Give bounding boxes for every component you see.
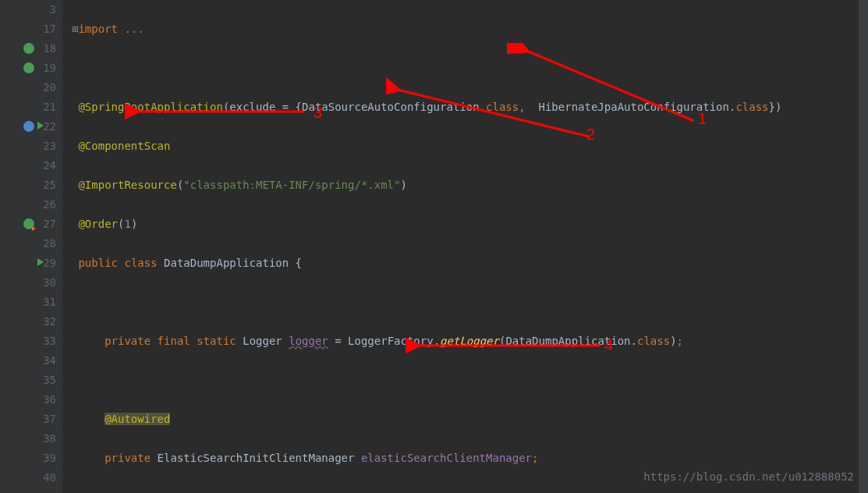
code-line[interactable] <box>72 488 868 493</box>
code-line[interactable]: @ImportResource("classpath:META-INF/spri… <box>72 176 868 195</box>
gutter-line[interactable]: 39 <box>0 449 56 468</box>
code-line[interactable]: @Autowired <box>72 410 868 429</box>
run-icon[interactable] <box>37 258 44 266</box>
code-line[interactable]: @ComponentScan <box>72 137 868 156</box>
gutter-line[interactable]: 18 <box>0 39 56 59</box>
gutter-line[interactable]: 37 <box>0 410 56 429</box>
gutter-line[interactable]: 21 <box>0 98 56 117</box>
gutter-line[interactable]: 36 <box>0 390 56 410</box>
watermark: https://blog.csdn.net/u012888052 <box>643 467 854 487</box>
code-line[interactable] <box>72 293 868 312</box>
annotation-label-4: 4 <box>604 335 613 355</box>
gutter-line[interactable]: 33 <box>0 332 56 351</box>
gutter-line[interactable]: 19 <box>0 59 56 78</box>
gutter-line[interactable]: 25 <box>0 176 56 195</box>
gutter-line[interactable]: 27 <box>0 215 56 234</box>
run-icon[interactable] <box>37 122 44 129</box>
annotation-label-3: 3 <box>314 103 322 122</box>
gutter-line[interactable]: 3 <box>0 0 56 20</box>
scrollbar[interactable] <box>859 0 868 493</box>
gutter-line[interactable]: 40 <box>0 468 56 488</box>
spring-bean-icon[interactable] <box>23 43 34 54</box>
annotation-label-2: 2 <box>586 125 595 144</box>
code-area[interactable]: ⊞import ... @SpringBootApplication(exclu… <box>62 0 868 493</box>
gutter-line[interactable]: 22 <box>0 117 56 137</box>
gutter-line[interactable]: 28 <box>0 234 56 254</box>
gutter-line[interactable]: 30 <box>0 273 56 293</box>
code-line[interactable] <box>72 371 868 390</box>
gutter-line[interactable]: 31 <box>0 293 56 312</box>
autowired-icon[interactable] <box>23 218 34 229</box>
gutter-line[interactable]: 17 <box>0 20 56 39</box>
code-editor: 3 17 18 19 20 21 22 23 24 25 26 27 28 29… <box>0 0 868 493</box>
gutter-line[interactable]: 29 <box>0 254 56 273</box>
gutter-line[interactable]: 24 <box>0 156 56 176</box>
code-line[interactable] <box>72 59 868 78</box>
code-line[interactable]: private final static Logger logger = Log… <box>72 332 868 351</box>
gutter-line[interactable]: 34 <box>0 351 56 371</box>
gutter: 3 17 18 19 20 21 22 23 24 25 26 27 28 29… <box>0 0 62 493</box>
gutter-line[interactable]: 38 <box>0 429 56 449</box>
class-icon[interactable] <box>23 121 34 132</box>
code-line[interactable]: ⊞import ... <box>72 20 868 39</box>
gutter-line[interactable]: 23 <box>0 137 56 156</box>
annotation-label-1: 1 <box>698 109 707 129</box>
spring-bean-icon[interactable] <box>23 62 34 73</box>
code-line[interactable]: @SpringBootApplication(exclude = {DataSo… <box>72 98 868 117</box>
code-line[interactable]: @Order(1) <box>72 215 868 234</box>
gutter-line[interactable]: 35 <box>0 371 56 390</box>
gutter-line[interactable]: 26 <box>0 195 56 215</box>
gutter-line[interactable]: 32 <box>0 312 56 332</box>
code-line[interactable]: public class DataDumpApplication { <box>72 254 868 273</box>
gutter-line[interactable]: 20 <box>0 78 56 98</box>
code-line[interactable]: private ElasticSearchInitClientManager e… <box>72 449 868 468</box>
